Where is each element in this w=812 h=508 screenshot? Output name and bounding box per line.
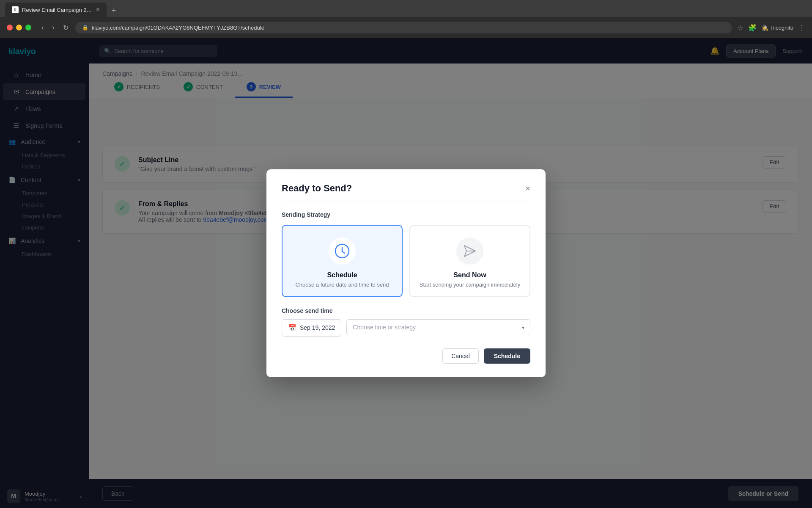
refresh-button[interactable]: ↻ xyxy=(61,22,70,33)
new-tab-button[interactable]: + xyxy=(108,5,120,17)
bookmark-icon[interactable]: ☆ xyxy=(737,24,743,32)
incognito-label: Incognito xyxy=(771,25,793,31)
forward-nav-button[interactable]: › xyxy=(50,22,56,33)
strategy-card-send-now[interactable]: Send Now Start sending your campaign imm… xyxy=(409,225,530,297)
ready-to-send-modal: Ready to Send? × Sending Strategy Schedu… xyxy=(266,169,546,377)
svg-line-2 xyxy=(342,251,345,253)
modal-footer: Cancel Schedule xyxy=(282,348,530,364)
close-button[interactable] xyxy=(7,25,13,30)
modal-divider xyxy=(282,201,530,201)
time-select[interactable]: Choose time or strategy xyxy=(346,319,530,335)
traffic-lights xyxy=(7,25,31,30)
send-time-label: Choose send time xyxy=(282,307,530,314)
send-now-card-desc: Start sending your campaign immediately xyxy=(419,282,521,288)
url-text: klaviyo.com/campaign/01GDAK4A2YG8NQEFMYT… xyxy=(92,25,264,31)
lock-icon: 🔒 xyxy=(82,25,88,30)
browser-chrome: K Review Email Campaign 2022 × + ‹ › ↻ 🔒… xyxy=(0,0,812,38)
browser-controls: ‹ › ↻ 🔒 klaviyo.com/campaign/01GDAK4A2YG… xyxy=(0,17,812,38)
browser-actions: ☆ 🧩 🕵 Incognito ⋮ xyxy=(737,24,805,32)
schedule-card-title: Schedule xyxy=(291,271,393,279)
schedule-button[interactable]: Schedule xyxy=(484,348,530,364)
tab-bar: K Review Email Campaign 2022 × + xyxy=(0,0,812,17)
menu-icon[interactable]: ⋮ xyxy=(798,24,805,32)
tab-favicon: K xyxy=(12,6,19,13)
schedule-icon xyxy=(329,237,356,265)
modal-close-button[interactable]: × xyxy=(525,184,530,193)
strategy-cards: Schedule Choose a future date and time t… xyxy=(282,225,530,297)
strategy-card-schedule[interactable]: Schedule Choose a future date and time t… xyxy=(282,225,403,297)
send-time-section: Choose send time 📅 Sep 19, 2022 Choose t… xyxy=(282,307,530,337)
cancel-button[interactable]: Cancel xyxy=(442,348,479,364)
extensions-icon[interactable]: 🧩 xyxy=(748,24,757,32)
maximize-button[interactable] xyxy=(25,25,31,30)
schedule-card-desc: Choose a future date and time to send xyxy=(291,282,393,288)
time-select-wrap: Choose time or strategy ▾ xyxy=(346,319,530,337)
modal-title: Ready to Send? xyxy=(282,183,352,194)
modal-overlay: Ready to Send? × Sending Strategy Schedu… xyxy=(0,38,812,508)
incognito-badge: 🕵 Incognito xyxy=(762,25,793,31)
tab-title: Review Email Campaign 2022 xyxy=(22,7,93,13)
tab-close-button[interactable]: × xyxy=(96,6,100,14)
back-nav-button[interactable]: ‹ xyxy=(40,22,45,33)
date-value: Sep 19, 2022 xyxy=(300,324,335,331)
modal-header: Ready to Send? × xyxy=(282,183,530,194)
send-now-card-title: Send Now xyxy=(419,271,521,279)
sending-strategy-label: Sending Strategy xyxy=(282,211,530,218)
incognito-icon: 🕵 xyxy=(762,25,768,31)
date-input[interactable]: 📅 Sep 19, 2022 xyxy=(282,319,341,337)
active-tab[interactable]: K Review Email Campaign 2022 × xyxy=(5,3,107,17)
calendar-icon: 📅 xyxy=(288,324,296,332)
send-now-icon xyxy=(456,237,483,265)
minimize-button[interactable] xyxy=(16,25,22,30)
send-time-inputs: 📅 Sep 19, 2022 Choose time or strategy ▾ xyxy=(282,319,530,337)
address-bar[interactable]: 🔒 klaviyo.com/campaign/01GDAK4A2YG8NQEFM… xyxy=(75,22,732,33)
